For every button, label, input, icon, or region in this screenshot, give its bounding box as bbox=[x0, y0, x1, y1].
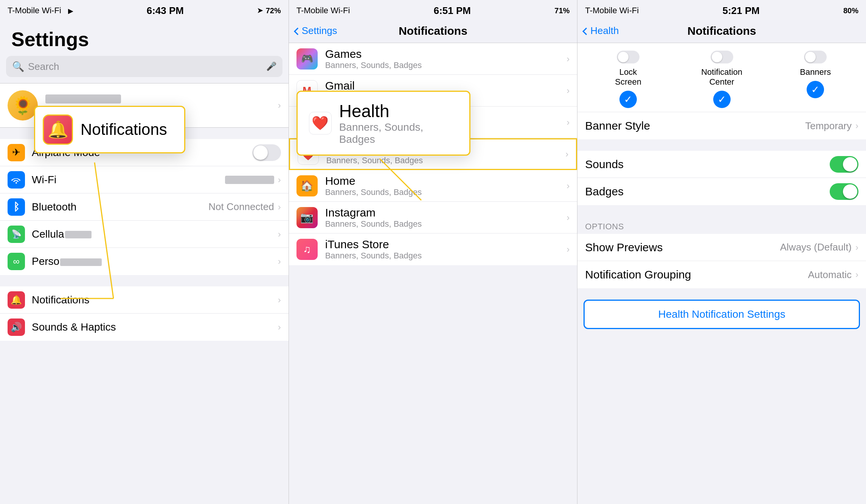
time-right: 5:21 PM bbox=[722, 5, 759, 17]
games-name: Games bbox=[325, 48, 567, 60]
lockscreen-label: Lock Screen bbox=[605, 67, 651, 87]
back-button-health[interactable]: Health bbox=[584, 25, 619, 37]
cellular-icon: 📡 bbox=[8, 226, 25, 243]
gmail-chevron: › bbox=[566, 85, 570, 96]
notifications-callout: 🔔 Notifications bbox=[34, 106, 185, 153]
settings-row-cellular[interactable]: 📡 Cellula › bbox=[0, 221, 289, 248]
games-icon: 🎮 bbox=[296, 48, 318, 70]
detail-row-previews[interactable]: Show Previews Always (Default) › bbox=[577, 234, 866, 261]
carrier-left: T-Mobile Wi-Fi ▶ bbox=[8, 6, 73, 15]
airplane-toggle[interactable] bbox=[252, 144, 281, 161]
notifications-row-icon: 🔔 bbox=[8, 291, 25, 309]
home-chevron: › bbox=[566, 181, 570, 191]
sounds-section: Sounds Badges bbox=[577, 151, 866, 205]
list-item-instagram[interactable]: 📷 Instagram Banners, Sounds, Badges › bbox=[289, 202, 577, 233]
itunes-sub: Banners, Sounds, Badges bbox=[325, 251, 567, 261]
settings-row-personal[interactable]: ∞ Perso › bbox=[0, 248, 289, 275]
health-notification-settings-button[interactable]: Health Notification Settings bbox=[584, 300, 860, 329]
banners-check[interactable]: ✓ bbox=[807, 81, 824, 98]
notifications-label: Notifications bbox=[32, 294, 278, 306]
search-input[interactable]: Search bbox=[28, 61, 262, 73]
notifications-detail: Lock Screen ✓ Notification Center ✓ Bann… bbox=[577, 43, 866, 504]
notif-col-banners: Banners ✓ bbox=[793, 51, 838, 108]
previews-label: Show Previews bbox=[585, 241, 780, 254]
settings-section-notifications: 🔔 Notifications › 🔊 Sounds & Haptics › bbox=[0, 286, 289, 341]
notifications-nav: Settings Notifications bbox=[289, 20, 577, 43]
nav-title-health-notifications: Notifications bbox=[688, 25, 756, 37]
back-button-settings[interactable]: Settings bbox=[295, 25, 337, 37]
lockscreen-toggle[interactable] bbox=[617, 51, 639, 63]
home-sub: Banners, Sounds, Badges bbox=[325, 187, 567, 197]
wifi-label: Wi-Fi bbox=[32, 174, 225, 186]
bluetooth-label: Bluetooth bbox=[32, 201, 208, 213]
options-header: OPTIONS bbox=[577, 216, 866, 234]
personal-label: Perso bbox=[32, 255, 278, 267]
options-section: Show Previews Always (Default) › Notific… bbox=[577, 234, 866, 288]
status-right-middle: 71% bbox=[554, 6, 570, 15]
wifi-chevron: › bbox=[278, 175, 281, 185]
health-callout-sub: Banners, Sounds, Badges bbox=[339, 121, 454, 145]
lockscreen-check[interactable]: ✓ bbox=[619, 91, 637, 108]
games-chevron: › bbox=[566, 54, 570, 64]
wifi-icon bbox=[8, 171, 25, 189]
battery-left: 72% bbox=[266, 6, 281, 15]
cellular-label: Cellula bbox=[32, 228, 278, 240]
settings-list: ✈ Airplane Mode Wi-Fi › ᛒ Bluetooth N bbox=[0, 139, 289, 504]
personal-chevron: › bbox=[278, 256, 281, 267]
time-middle: 6:51 PM bbox=[434, 5, 471, 17]
battery-right: 80% bbox=[843, 6, 858, 15]
banners-toggle[interactable] bbox=[804, 51, 827, 63]
bluetooth-chevron: › bbox=[278, 202, 281, 212]
settings-panel: T-Mobile Wi-Fi ▶ 6:43 PM ➤ 72% Settings … bbox=[0, 0, 289, 504]
search-bar[interactable]: 🔍 Search 🎤 bbox=[6, 56, 282, 77]
detail-row-grouping[interactable]: Notification Grouping Automatic › bbox=[577, 261, 866, 288]
personal-icon: ∞ bbox=[8, 253, 25, 270]
banner-style-label: Banner Style bbox=[585, 119, 805, 132]
bluetooth-value: Not Connected bbox=[208, 201, 274, 213]
time-left: 6:43 PM bbox=[147, 5, 184, 17]
gmail-name: Gmail bbox=[325, 79, 567, 92]
settings-row-sounds[interactable]: 🔊 Sounds & Haptics › bbox=[0, 314, 289, 341]
health-sub: Banners, Sounds, Badges bbox=[326, 156, 566, 165]
health-notifications-panel: T-Mobile Wi-Fi 5:21 PM 80% Health Notifi… bbox=[577, 0, 866, 504]
itunes-chevron: › bbox=[566, 244, 570, 255]
back-label-settings: Settings bbox=[302, 25, 337, 37]
callout-icon: 🔔 bbox=[43, 114, 73, 145]
list-item-games[interactable]: 🎮 Games Banners, Sounds, Badges › bbox=[289, 43, 577, 75]
detail-row-banner-style[interactable]: Banner Style Temporary › bbox=[577, 112, 866, 139]
settings-row-notifications[interactable]: 🔔 Notifications › bbox=[0, 286, 289, 314]
status-bar-middle: T-Mobile Wi-Fi 6:51 PM 71% bbox=[289, 0, 577, 20]
location-icon: ➤ bbox=[257, 6, 263, 15]
banners-label: Banners bbox=[800, 67, 831, 77]
badges-toggle[interactable] bbox=[830, 183, 858, 200]
center-toggle[interactable] bbox=[711, 51, 733, 63]
list-item-home[interactable]: 🏠 Home Banners, Sounds, Badges › bbox=[289, 170, 577, 202]
detail-row-sounds[interactable]: Sounds bbox=[577, 151, 866, 178]
profile-chevron: › bbox=[278, 100, 281, 111]
games-info: Games Banners, Sounds, Badges bbox=[325, 48, 567, 70]
detail-row-badges[interactable]: Badges bbox=[577, 178, 866, 205]
carrier-middle: T-Mobile Wi-Fi bbox=[296, 6, 350, 15]
avatar-emoji: 🌻 bbox=[12, 95, 34, 116]
sounds-row-icon: 🔊 bbox=[8, 318, 25, 336]
health-callout-title: Health bbox=[339, 101, 454, 121]
home-icon: 🏠 bbox=[296, 175, 318, 196]
battery-middle: 71% bbox=[554, 6, 570, 15]
health-callout-icon: ❤️ bbox=[309, 112, 332, 135]
notification-icons-row: Lock Screen ✓ Notification Center ✓ Bann… bbox=[577, 43, 866, 112]
grouping-label: Notification Grouping bbox=[585, 268, 808, 281]
notifications-panel: T-Mobile Wi-Fi 6:51 PM 71% Settings Noti… bbox=[289, 0, 577, 504]
settings-row-bluetooth[interactable]: ᛒ Bluetooth Not Connected › bbox=[0, 193, 289, 221]
banner-style-chevron: › bbox=[855, 121, 858, 131]
center-check[interactable]: ✓ bbox=[713, 91, 731, 108]
settings-row-wifi[interactable]: Wi-Fi › bbox=[0, 166, 289, 193]
health-nav: Health Notifications bbox=[577, 20, 866, 43]
notif-col-lockscreen: Lock Screen ✓ bbox=[605, 51, 651, 108]
list-item-itunes[interactable]: ♫ iTunes Store Banners, Sounds, Badges › bbox=[289, 233, 577, 265]
itunes-icon: ♫ bbox=[296, 239, 318, 260]
health-callout-content: Health Banners, Sounds, Badges bbox=[339, 101, 454, 145]
status-right-right: 80% bbox=[843, 6, 858, 15]
grouping-chevron: › bbox=[855, 269, 858, 280]
grouping-value: Automatic bbox=[808, 269, 852, 281]
sounds-toggle[interactable] bbox=[830, 156, 858, 173]
